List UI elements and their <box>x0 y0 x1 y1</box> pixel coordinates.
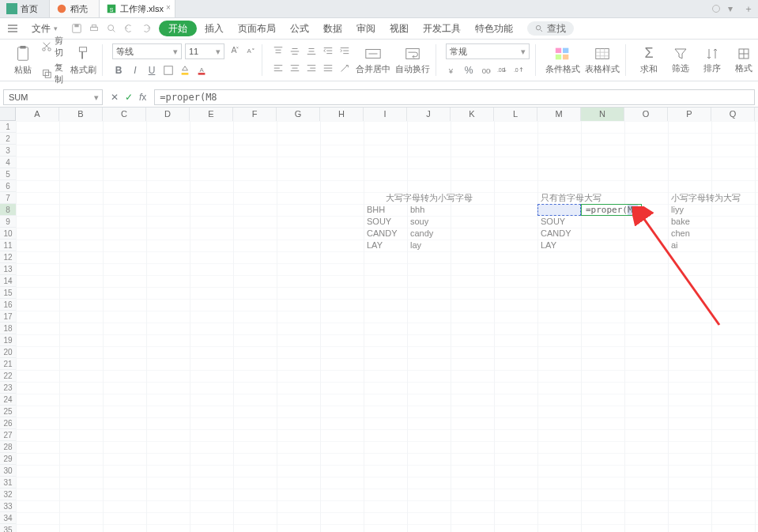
row-header-30[interactable]: 30 <box>0 465 16 477</box>
col-header-O[interactable]: O <box>624 108 668 121</box>
cell-P8[interactable]: liyy <box>668 204 711 216</box>
row-header-27[interactable]: 27 <box>0 429 16 441</box>
format-painter-button[interactable]: 格式刷 <box>70 45 96 76</box>
menu-start[interactable]: 开始 <box>159 21 197 36</box>
row-header-15[interactable]: 15 <box>0 287 16 299</box>
menu-formula[interactable]: 公式 <box>284 21 315 36</box>
align-top-icon[interactable] <box>272 45 285 58</box>
align-center-icon[interactable] <box>288 62 301 75</box>
name-box[interactable]: SUM ▾ <box>3 89 103 105</box>
menu-icon[interactable]: ▾ <box>728 3 733 14</box>
font-dropdown[interactable]: 等线▾ <box>112 43 182 59</box>
cell-M11[interactable]: LAY <box>537 240 581 251</box>
row-header-34[interactable]: 34 <box>0 512 16 524</box>
tab-add[interactable]: ＋ <box>739 0 758 17</box>
format-button[interactable]: 格式 <box>730 47 757 74</box>
row-header-21[interactable]: 21 <box>0 358 16 370</box>
table-style-button[interactable]: 表格样式 <box>585 46 620 75</box>
menu-file[interactable]: 文件▾ <box>25 21 64 36</box>
cell-I9[interactable]: SOUY <box>364 216 407 228</box>
row-header-4[interactable]: 4 <box>0 157 16 168</box>
tab-home[interactable]: 首页 <box>0 0 50 17</box>
sort-button[interactable]: 排序 <box>699 47 726 74</box>
row-header-1[interactable]: 1 <box>0 121 16 133</box>
cell-P7[interactable]: 小写字母转为大写 <box>668 192 758 204</box>
col-header-G[interactable]: G <box>277 108 320 121</box>
align-bottom-icon[interactable] <box>305 45 318 58</box>
cond-format-button[interactable]: 条件格式 <box>545 46 580 75</box>
row-header-28[interactable]: 28 <box>0 441 16 453</box>
wrap-text-button[interactable]: 自动换行 <box>395 46 430 75</box>
row-header-6[interactable]: 6 <box>0 180 16 192</box>
row-header-25[interactable]: 25 <box>0 406 16 417</box>
indent-dec-icon[interactable] <box>322 45 334 58</box>
record-icon[interactable] <box>712 5 720 13</box>
row-header-8[interactable]: 8 <box>0 204 16 216</box>
col-header-K[interactable]: K <box>451 108 494 121</box>
cell-I8[interactable]: BHH <box>364 204 407 216</box>
menu-review[interactable]: 审阅 <box>350 21 382 36</box>
row-header-17[interactable]: 17 <box>0 311 16 323</box>
column-headers[interactable]: ABCDEFGHIJKLMNOPQ <box>16 108 758 122</box>
inc-decimal-icon[interactable]: .00 <box>496 64 508 77</box>
cell-J8[interactable]: bhh <box>407 204 451 216</box>
col-header-L[interactable]: L <box>494 108 537 121</box>
cell-P9[interactable]: bake <box>668 216 711 228</box>
percent-icon[interactable]: % <box>462 64 475 77</box>
currency-icon[interactable]: ¥ <box>446 64 458 77</box>
col-header-M[interactable]: M <box>537 108 581 121</box>
cell-M10[interactable]: CANDY <box>537 228 581 240</box>
formula-bar[interactable]: =proper(M8 <box>154 89 755 105</box>
row-header-12[interactable]: 12 <box>0 251 16 263</box>
cell-J9[interactable]: souy <box>407 216 451 228</box>
accept-formula-icon[interactable]: ✓ <box>125 92 133 103</box>
col-header-D[interactable]: D <box>146 108 190 121</box>
menu-insert[interactable]: 插入 <box>198 21 230 36</box>
orientation-icon[interactable] <box>338 62 351 75</box>
filter-button[interactable]: 筛选 <box>667 47 694 74</box>
cell-I7[interactable]: 大写字母转为小写字母 <box>364 192 494 204</box>
paste-button[interactable]: 粘贴 <box>9 45 36 76</box>
align-middle-icon[interactable] <box>288 45 301 58</box>
preview-icon[interactable] <box>105 22 118 35</box>
cell-P10[interactable]: chen <box>668 228 711 240</box>
comma-icon[interactable]: 000 <box>479 64 492 77</box>
menu-dev[interactable]: 开发工具 <box>417 21 467 36</box>
number-format-dropdown[interactable]: 常规▾ <box>446 43 530 59</box>
save-icon[interactable] <box>70 22 83 35</box>
row-header-29[interactable]: 29 <box>0 453 16 465</box>
justify-icon[interactable] <box>322 62 334 75</box>
col-header-N[interactable]: N <box>581 108 624 121</box>
font-color-icon[interactable]: A <box>195 64 208 77</box>
col-header-F[interactable]: F <box>233 108 277 121</box>
row-header-23[interactable]: 23 <box>0 382 16 394</box>
fill-color-icon[interactable] <box>179 64 191 77</box>
cells-area[interactable]: 大写字母转为小写字母只有首字母大写小写字母转为大写BHHbhhBHHliyySO… <box>16 121 758 532</box>
shrink-font-icon[interactable]: A <box>243 43 256 56</box>
grow-font-icon[interactable]: A <box>228 43 240 56</box>
align-left-icon[interactable] <box>272 62 285 75</box>
row-header-24[interactable]: 24 <box>0 394 16 406</box>
row-headers[interactable]: 1234567891011121314151617181920212223242… <box>0 121 17 532</box>
row-header-35[interactable]: 35 <box>0 524 16 532</box>
row-header-22[interactable]: 22 <box>0 370 16 382</box>
italic-icon[interactable]: I <box>129 64 141 77</box>
cell-J10[interactable]: candy <box>407 228 451 240</box>
border-icon[interactable] <box>162 64 175 77</box>
row-header-9[interactable]: 9 <box>0 216 16 228</box>
cell-P11[interactable]: ai <box>668 240 711 251</box>
row-header-7[interactable]: 7 <box>0 192 16 204</box>
col-header-B[interactable]: B <box>59 108 103 121</box>
cell-M9[interactable]: SOUY <box>537 216 581 228</box>
row-header-13[interactable]: 13 <box>0 263 16 275</box>
copy-button[interactable]: 复制 <box>41 62 65 85</box>
redo-icon[interactable] <box>140 22 153 35</box>
underline-icon[interactable]: U <box>145 64 158 77</box>
fx-icon[interactable]: fx <box>139 92 146 103</box>
col-header-J[interactable]: J <box>407 108 451 121</box>
dec-decimal-icon[interactable]: .0 <box>512 64 525 77</box>
row-header-26[interactable]: 26 <box>0 417 16 429</box>
indent-inc-icon[interactable] <box>338 45 351 58</box>
row-header-20[interactable]: 20 <box>0 346 16 358</box>
search-box[interactable]: 查找 <box>527 21 574 36</box>
